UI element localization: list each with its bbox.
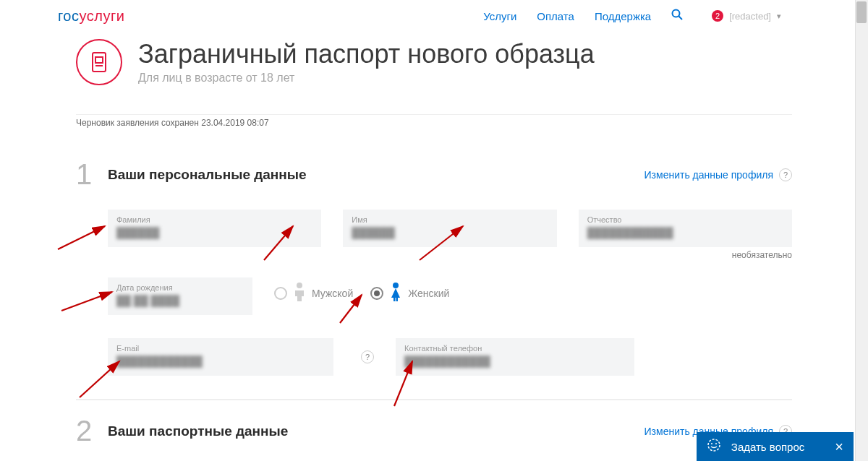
gender-male-label: Мужской	[312, 288, 353, 299]
section-personal-data: 1 Ваши персональные данные Изменить данн…	[76, 158, 792, 376]
svg-rect-8	[396, 297, 399, 301]
top-nav: Услуги Оплата Поддержка	[483, 9, 683, 24]
svg-point-0	[673, 9, 680, 17]
chevron-down-icon: ▾	[777, 12, 781, 21]
male-person-icon	[292, 282, 307, 304]
page-subtitle: Для лиц в возрасте от 18 лет	[138, 72, 595, 85]
section-number-2: 2	[76, 415, 108, 447]
svg-point-5	[297, 283, 302, 288]
middlename-optional-note: необязательно	[732, 250, 792, 260]
username-label: [redacted]	[729, 11, 771, 22]
firstname-field[interactable]: Имя ██████	[343, 210, 556, 247]
radio-unchecked-icon	[274, 287, 287, 300]
scrollbar-track[interactable]	[855, 0, 868, 461]
email-value: ████████████	[116, 356, 325, 369]
female-person-icon	[388, 282, 404, 304]
email-label: E-mail	[116, 344, 325, 353]
section-number-1: 1	[76, 158, 108, 191]
svg-line-1	[679, 16, 683, 20]
help-icon[interactable]: ?	[361, 350, 374, 363]
middlename-value: ████████████	[587, 227, 783, 240]
user-menu[interactable]: 2 [redacted] ▾	[712, 10, 781, 22]
chat-button-label: Задать вопрос	[731, 441, 804, 453]
dob-field[interactable]: Дата рождения ██ ██ ████	[108, 277, 252, 315]
svg-rect-7	[393, 297, 396, 301]
svg-point-6	[393, 283, 399, 288]
dob-value: ██ ██ ████	[116, 295, 244, 308]
svg-point-17	[708, 439, 720, 451]
draft-saved-note: Черновик заявления сохранен 23.04.2019 0…	[76, 114, 792, 128]
passport-icon	[76, 39, 122, 85]
page-title: Заграничный паспорт нового образца	[138, 40, 595, 69]
svg-point-19	[715, 443, 717, 444]
svg-rect-3	[95, 57, 103, 63]
site-logo[interactable]: госуслуги	[58, 8, 124, 25]
scrollbar-thumb[interactable]	[856, 1, 867, 23]
svg-point-18	[711, 443, 712, 444]
dob-label: Дата рождения	[116, 283, 244, 292]
gender-female-label: Женский	[408, 288, 449, 299]
phone-label: Контактный телефон	[404, 344, 626, 353]
section-title-1: Ваши персональные данные	[108, 167, 644, 183]
logo-suffix: услуги	[79, 8, 124, 24]
nav-support[interactable]: Поддержка	[595, 10, 651, 22]
middlename-label: Отчество	[587, 215, 783, 224]
lastname-field[interactable]: Фамилия ██████	[108, 210, 321, 247]
radio-checked-icon	[370, 287, 383, 300]
site-header: госуслуги Услуги Оплата Поддержка 2 [red…	[0, 0, 868, 32]
nav-services[interactable]: Услуги	[483, 10, 516, 22]
lastname-label: Фамилия	[116, 215, 312, 224]
phone-value: ████████████	[404, 356, 626, 369]
gender-group: Мужской Женский	[274, 277, 449, 304]
email-field[interactable]: E-mail ████████████	[108, 338, 333, 376]
search-icon[interactable]	[671, 9, 683, 24]
firstname-label: Имя	[352, 215, 548, 224]
help-icon[interactable]: ?	[779, 168, 792, 181]
logo-prefix: гос	[58, 8, 79, 24]
nav-payment[interactable]: Оплата	[537, 10, 574, 22]
lastname-value: ██████	[116, 227, 312, 240]
section-title-2: Ваши паспортные данные	[108, 423, 644, 439]
firstname-value: ██████	[352, 227, 548, 240]
close-icon[interactable]: ×	[835, 439, 843, 455]
gender-female-option[interactable]: Женский	[370, 282, 449, 304]
notification-badge[interactable]: 2	[712, 10, 723, 22]
edit-profile-link-1[interactable]: Изменить данные профиля	[644, 169, 773, 181]
section-passport-data: 2 Ваши паспортные данные Изменить данные…	[76, 415, 792, 447]
chat-button[interactable]: Задать вопрос ×	[697, 432, 854, 461]
chat-face-icon	[707, 438, 721, 456]
middlename-field[interactable]: Отчество ████████████ необязательно	[579, 210, 792, 247]
gender-male-option[interactable]: Мужской	[274, 282, 353, 304]
phone-field[interactable]: Контактный телефон ████████████	[396, 338, 634, 376]
